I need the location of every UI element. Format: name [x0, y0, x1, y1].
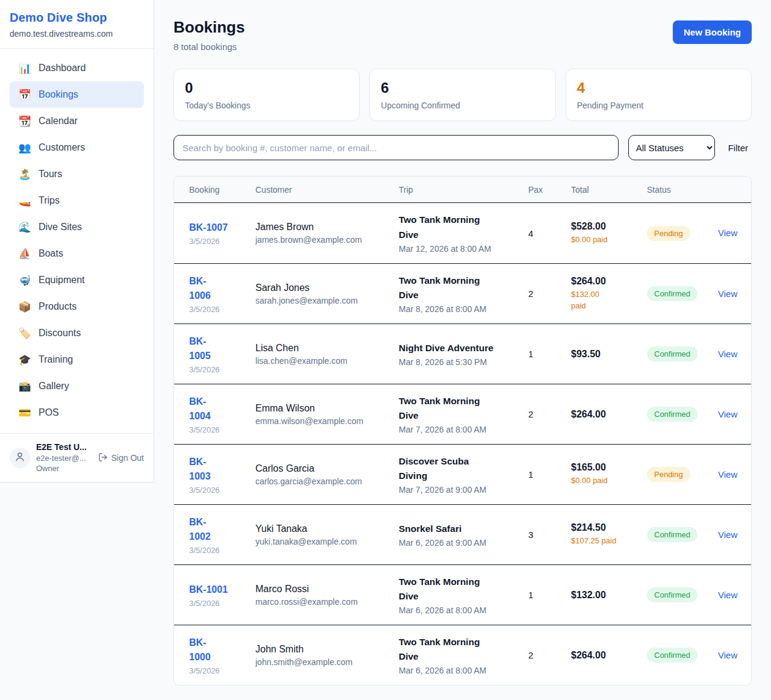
- sidebar-item-label: Training: [39, 354, 73, 365]
- dashboard-icon: 📊: [17, 62, 33, 75]
- table-header: Booking Customer Trip Pax Total Status: [174, 177, 751, 203]
- booking-id-link[interactable]: BK-1001: [189, 583, 228, 597]
- booking-date: 3/5/2026: [189, 666, 249, 675]
- view-link[interactable]: View: [718, 289, 737, 299]
- view-link[interactable]: View: [718, 228, 737, 238]
- view-link[interactable]: View: [718, 530, 737, 540]
- booking-id-link[interactable]: BK-1007: [189, 220, 228, 235]
- trip-datetime: Mar 7, 2026 at 9:00 AM: [399, 485, 522, 495]
- table-row: BK- 1005 3/5/2026 Lisa Chen lisa.chen@ex…: [174, 323, 751, 384]
- table-body: BK-1007 3/5/2026 James Brown james.brown…: [174, 203, 751, 685]
- booking-date: 3/5/2026: [189, 546, 249, 555]
- view-link[interactable]: View: [718, 409, 737, 419]
- column-header-status: Status: [647, 185, 718, 195]
- pax-count: 1: [528, 590, 571, 600]
- sidebar-item-boats[interactable]: ⛵ Boats: [10, 240, 144, 267]
- status-select[interactable]: All Statuses: [628, 135, 715, 160]
- dive-sites-icon: 🌊: [17, 221, 33, 234]
- customer-email: lisa.chen@example.com: [255, 356, 393, 366]
- sidebar-item-label: Customers: [39, 142, 85, 153]
- sidebar-item-label: Bookings: [39, 89, 78, 100]
- customer-email: james.brown@example.com: [255, 235, 393, 245]
- sidebar-item-label: Products: [39, 301, 76, 312]
- sidebar-item-tours[interactable]: 🏝️ Tours: [10, 161, 144, 187]
- sign-out-label: Sign Out: [111, 453, 144, 463]
- status-badge: Confirmed: [647, 648, 698, 663]
- customer-name: James Brown: [255, 222, 393, 233]
- sidebar-item-bookings[interactable]: 📅 Bookings: [10, 81, 144, 108]
- booking-date: 3/5/2026: [189, 365, 249, 374]
- sidebar-item-dashboard[interactable]: 📊 Dashboard: [10, 55, 144, 81]
- booking-id-link[interactable]: BK- 1005: [189, 334, 211, 363]
- user-info: E2E Test U... e2e-tester@... Owner: [36, 442, 87, 474]
- filter-row: All Statuses Filter: [173, 135, 752, 160]
- booking-id-link[interactable]: BK- 1002: [189, 515, 211, 544]
- trip-name: Two Tank Morning Dive: [399, 394, 522, 423]
- total-amount: $264.00: [571, 650, 641, 661]
- brand-block: Demo Dive Shop demo.test.divestreams.com: [0, 0, 154, 49]
- customer-name: Carlos Garcia: [255, 463, 393, 474]
- sidebar-item-products[interactable]: 📦 Products: [10, 293, 144, 320]
- stat-card: 0 Today's Bookings: [173, 69, 360, 121]
- sidebar-item-label: Dashboard: [39, 63, 86, 73]
- sidebar-item-training[interactable]: 🎓 Training: [10, 346, 144, 373]
- equipment-icon: 🤿: [17, 274, 33, 287]
- customer-name: Lisa Chen: [255, 343, 393, 354]
- search-input[interactable]: [173, 135, 619, 160]
- trip-datetime: Mar 7, 2026 at 8:00 AM: [399, 425, 522, 434]
- sidebar-item-gallery[interactable]: 📸 Gallery: [10, 373, 144, 399]
- training-icon: 🎓: [17, 354, 33, 366]
- booking-date: 3/5/2026: [189, 237, 249, 246]
- status-badge: Confirmed: [647, 407, 698, 422]
- stat-value: 6: [381, 80, 544, 96]
- booking-id-link[interactable]: BK- 1000: [189, 636, 211, 664]
- sidebar-item-pos[interactable]: 💳 POS: [10, 399, 144, 426]
- new-booking-button[interactable]: New Booking: [673, 20, 752, 44]
- booking-id-link[interactable]: BK- 1003: [189, 455, 211, 484]
- booking-id-link[interactable]: BK- 1006: [189, 274, 211, 303]
- trip-datetime: Mar 8, 2026 at 5:30 PM: [399, 357, 522, 367]
- total-amount: $132.00: [571, 590, 641, 601]
- page-subtitle: 8 total bookings: [173, 42, 245, 52]
- customer-email: marco.rossi@example.com: [255, 597, 393, 607]
- sidebar-item-label: Tours: [39, 169, 62, 180]
- view-link[interactable]: View: [718, 590, 737, 600]
- trip-name: Snorkel Safari: [399, 522, 522, 536]
- column-header-total: Total: [571, 185, 647, 195]
- sidebar-item-discounts[interactable]: 🏷️ Discounts: [10, 320, 144, 346]
- table-row: BK-1001 3/5/2026 Marco Rossi marco.rossi…: [174, 564, 751, 625]
- table-row: BK- 1002 3/5/2026 Yuki Tanaka yuki.tanak…: [174, 504, 751, 564]
- filter-button[interactable]: Filter: [725, 143, 752, 153]
- user-role: Owner: [36, 463, 87, 474]
- trip-name: Discover Scuba Diving: [399, 454, 522, 483]
- pax-count: 4: [528, 228, 571, 239]
- trip-name: Two Tank Morning Dive: [399, 575, 522, 604]
- pax-count: 2: [528, 650, 571, 660]
- sidebar-item-calendar[interactable]: 📆 Calendar: [10, 108, 144, 134]
- sidebar-item-dive-sites[interactable]: 🌊 Dive Sites: [10, 214, 144, 240]
- status-badge: Confirmed: [647, 286, 698, 301]
- view-link[interactable]: View: [718, 349, 737, 359]
- sidebar-item-trips[interactable]: 🚤 Trips: [10, 187, 144, 214]
- table-row: BK-1007 3/5/2026 James Brown james.brown…: [174, 203, 751, 263]
- table-row: BK- 1000 3/5/2026 John Smith john.smith@…: [174, 625, 751, 685]
- status-badge: Confirmed: [647, 587, 698, 602]
- user-email: e2e-tester@...: [36, 453, 87, 464]
- view-link[interactable]: View: [718, 650, 737, 660]
- booking-id-link[interactable]: BK- 1004: [189, 395, 211, 423]
- discounts-icon: 🏷️: [17, 327, 33, 340]
- total-amount: $165.00: [571, 462, 641, 473]
- customer-email: yuki.tanaka@example.com: [255, 537, 393, 546]
- trip-datetime: Mar 12, 2026 at 8:00 AM: [399, 244, 522, 254]
- status-badge: Pending: [647, 467, 690, 482]
- sidebar-item-label: Discounts: [39, 328, 81, 339]
- trip-name: Two Tank Morning Dive: [399, 635, 522, 664]
- sidebar-item-equipment[interactable]: 🤿 Equipment: [10, 267, 144, 293]
- total-amount: $264.00: [571, 409, 641, 420]
- paid-amount: $107.25 paid: [571, 536, 641, 547]
- sign-out-button[interactable]: Sign Out: [98, 452, 144, 464]
- total-amount: $214.50: [571, 522, 641, 533]
- view-link[interactable]: View: [718, 469, 737, 480]
- customer-email: emma.wilson@example.com: [255, 416, 393, 426]
- sidebar-item-customers[interactable]: 👥 Customers: [10, 134, 144, 161]
